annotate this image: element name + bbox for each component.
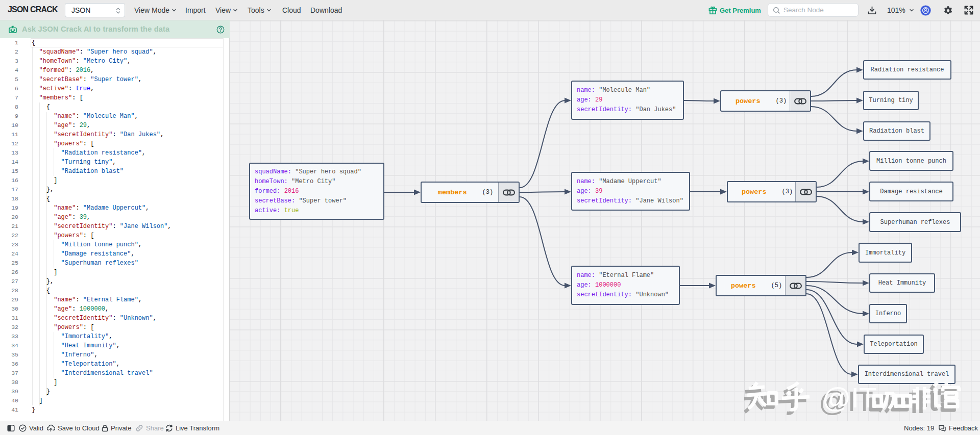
- svg-text:@IT: @IT: [822, 381, 876, 414]
